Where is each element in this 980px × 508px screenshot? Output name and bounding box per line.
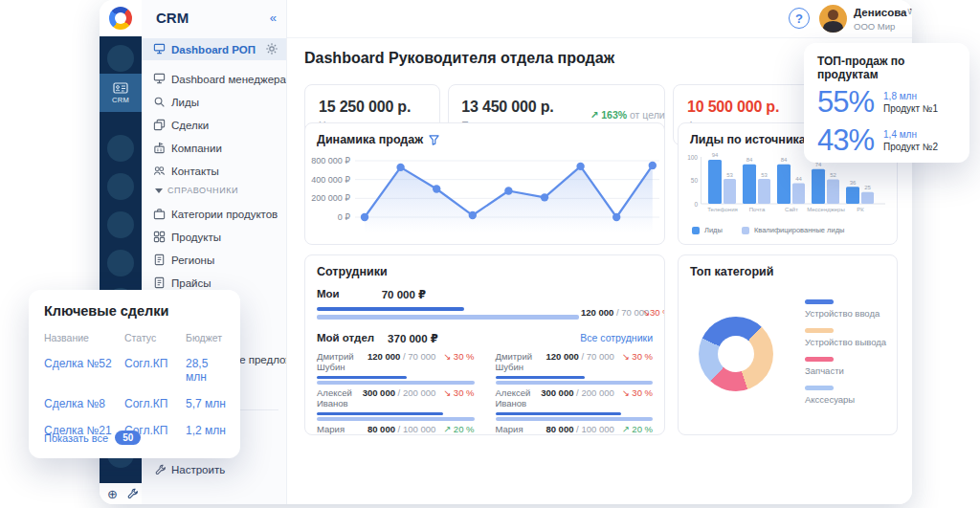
svg-text:25: 25 xyxy=(864,185,871,190)
filter-funnel-icon[interactable] xyxy=(429,135,439,145)
legend-item: Устройство ввода xyxy=(805,299,886,319)
trend-down-icon: ↘ xyxy=(443,351,451,362)
svg-text:36: 36 xyxy=(850,180,857,186)
sidebar-section-directories[interactable]: СПРАВОЧНИКИ xyxy=(155,182,287,199)
add-button[interactable]: ⊕ xyxy=(107,488,118,500)
trend-down-icon: ↘ xyxy=(622,351,630,362)
top-product-row: 43% 1,4 млн Продукт №2 xyxy=(817,123,956,158)
delta-arrow-icon: ↗ xyxy=(590,109,598,121)
svg-text:84: 84 xyxy=(746,157,753,163)
staff-my-header: Мои 70 000 ₽ xyxy=(317,288,426,301)
svg-text:Сайт: Сайт xyxy=(785,207,798,212)
user-avatar[interactable] xyxy=(819,5,847,33)
legend-swatch-qualified xyxy=(742,227,749,234)
donut-legend: Устройство ввода Устройство вывода Запча… xyxy=(805,299,886,405)
employee-value: 80 000 xyxy=(368,424,395,434)
sidebar-item-label: Продукты xyxy=(171,232,221,243)
screenshot-stage: CRM ⊕ CRM « Dashboard РОП xyxy=(0,0,980,508)
table-header-row: Название Статус Бюджет xyxy=(44,332,227,343)
kpi-goal-value: 15 250 000 р. xyxy=(319,99,426,116)
delta-note: от цели xyxy=(630,109,665,121)
deals-icon xyxy=(153,119,166,131)
deals-count-badge: 50 xyxy=(115,431,141,445)
wrench-icon[interactable] xyxy=(127,488,139,499)
employee-row: Дмитрий Шубин120 000 / 70 000↘ 30 % xyxy=(317,351,475,385)
trend-up-icon: ↗ xyxy=(622,424,630,434)
sidebar-item-label: Dashboard менеджера xyxy=(171,74,286,85)
employee-progress-light-bar xyxy=(496,381,654,385)
legend-label-leads: Лиды xyxy=(704,226,723,234)
briefcase-icon xyxy=(153,208,166,220)
employee-percent: 30 % xyxy=(632,387,653,398)
show-all-label: Показать все xyxy=(44,432,108,444)
sidebar-configure-button[interactable]: Настроить xyxy=(155,464,225,475)
sidebar-item-label: Прайсы xyxy=(171,277,212,289)
table-row[interactable]: Сделка №52 Согл.КП 28,5 млн xyxy=(44,357,227,384)
svg-text:400 000 ₽: 400 000 ₽ xyxy=(311,175,350,185)
my-percent-value: 30 % xyxy=(650,307,665,318)
trend-down-icon: ↘ xyxy=(622,387,630,398)
help-icon[interactable]: ? xyxy=(789,8,810,29)
show-all-button[interactable]: Показать все 50 xyxy=(44,431,141,445)
sidebar-item-label: Категории продуктов xyxy=(171,209,278,220)
top-bar: ? Денисова Т. ∨ ООО Мир xyxy=(287,0,912,38)
sidebar-title: CRM xyxy=(156,10,189,26)
svg-text:53: 53 xyxy=(726,172,733,178)
svg-text:74: 74 xyxy=(815,162,822,167)
rail-item-placeholder[interactable] xyxy=(107,211,134,238)
page-title: Dashboard Руководителя отдела продаж xyxy=(304,50,614,67)
rail-item-placeholder[interactable] xyxy=(107,135,134,162)
sidebar-item-regions[interactable]: Регионы xyxy=(142,249,287,271)
trend-down-icon: ↘ xyxy=(443,387,451,398)
employee-target: / 70 000 xyxy=(403,351,435,362)
employee-target: / 100 000 xyxy=(576,424,614,434)
rail-item-placeholder[interactable] xyxy=(107,250,134,276)
table-row[interactable]: Сделка №8 Согл.КП 5,7 млн xyxy=(44,397,227,410)
legend-swatch xyxy=(805,386,834,390)
sidebar-collapse-icon[interactable]: « xyxy=(270,11,277,25)
employee-value: 300 000 xyxy=(541,387,573,398)
column-header-status: Статус xyxy=(124,332,186,343)
legend-label: Запчасти xyxy=(805,365,886,376)
svg-text:94: 94 xyxy=(712,152,719,158)
wrench-icon xyxy=(155,464,167,475)
svg-text:РК: РК xyxy=(857,207,864,212)
my-progress-light-bar xyxy=(317,315,579,320)
rail-item-placeholder[interactable] xyxy=(107,45,134,72)
deal-name[interactable]: Сделка №8 xyxy=(44,397,124,410)
employee-percent: 30 % xyxy=(632,351,653,362)
rail-item-crm-active[interactable]: CRM xyxy=(100,74,142,112)
sidebar-item-deals[interactable]: Сделки xyxy=(142,114,287,136)
sidebar-item-product-categories[interactable]: Категории продуктов xyxy=(142,203,287,225)
contacts-icon xyxy=(153,165,166,177)
employee-row: Дмитрий Шубин120 000 / 70 000↘ 30 % xyxy=(496,351,654,385)
employee-percent: 30 % xyxy=(454,351,475,362)
legend-label-qualified: Квалифицированные лиды xyxy=(754,226,845,234)
app-logo[interactable] xyxy=(100,0,142,36)
legend-swatch xyxy=(805,328,834,333)
key-deals-card: Ключевые сделки Название Статус Бюджет С… xyxy=(29,290,240,458)
employee-progress-light-bar xyxy=(317,417,475,421)
sidebar-item-companies[interactable]: Компании xyxy=(142,137,287,159)
column-header-name: Название xyxy=(44,332,124,343)
sidebar-item-products[interactable]: Продукты xyxy=(142,226,287,248)
settings-gear-icon[interactable] xyxy=(265,42,278,55)
my-label: Мои xyxy=(317,288,340,301)
dept-value: 370 000 ₽ xyxy=(388,332,438,345)
rail-item-placeholder[interactable] xyxy=(107,173,134,200)
sidebar-item-contacts[interactable]: Контакты xyxy=(142,160,287,182)
employee-percent: 20 % xyxy=(632,424,653,434)
employee-row: Мария Попова80 000 / 100 000↗ 20 % xyxy=(496,424,654,435)
deal-name[interactable]: Сделка №52 xyxy=(44,357,124,384)
categories-donut-chart xyxy=(699,317,773,391)
chevron-down-icon[interactable]: ∨ xyxy=(906,6,912,16)
sidebar-item-label: Сделки xyxy=(171,120,209,131)
search-icon xyxy=(153,96,166,108)
delta-value: 163% xyxy=(601,109,627,121)
sidebar-item-dashboard-rop[interactable]: Dashboard РОП xyxy=(142,38,287,60)
user-name[interactable]: Денисова Т. xyxy=(854,7,912,18)
sidebar-item-dashboard-manager[interactable]: Dashboard менеджера xyxy=(142,68,287,90)
sidebar-item-leads[interactable]: Лиды xyxy=(142,91,287,113)
employee-progress-dark-bar xyxy=(496,376,586,379)
all-employees-link[interactable]: Все сотрудники xyxy=(580,332,653,343)
